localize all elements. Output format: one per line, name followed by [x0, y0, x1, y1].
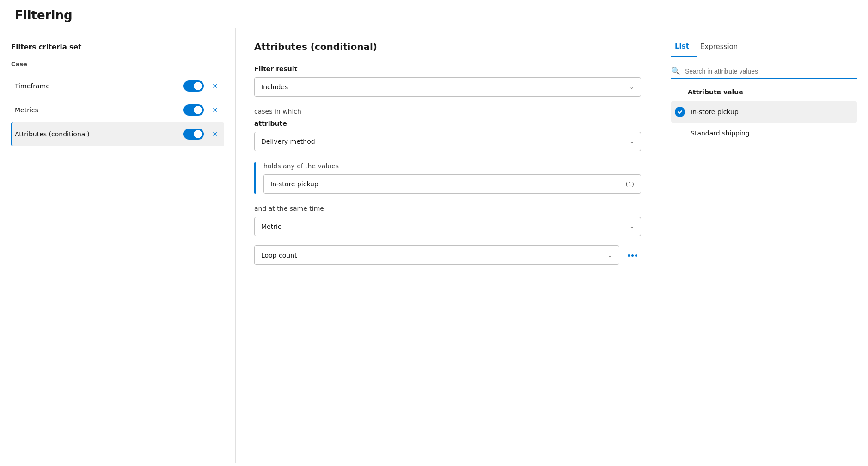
metric-dropdown[interactable]: Metric ⌄ [254, 217, 641, 236]
attribute-dropdown[interactable]: Delivery method ⌄ [254, 132, 641, 151]
cases-in-which-section: cases in which attribute Delivery method… [254, 108, 641, 151]
more-options-button[interactable] [624, 251, 641, 260]
right-panel: List Expression 🔍 Attribute value In-sto… [660, 28, 868, 463]
holds-label: holds any of the values [263, 162, 641, 170]
holds-values-text: In-store pickup [270, 180, 318, 188]
holds-values-content: holds any of the values In-store pickup … [263, 162, 641, 194]
filter-result-chevron-icon: ⌄ [630, 84, 634, 90]
check-circle-icon [675, 107, 685, 117]
filter-result-dropdown[interactable]: Includes ⌄ [254, 77, 641, 97]
blue-bar-indicator [254, 162, 256, 194]
tab-expression[interactable]: Expression [697, 38, 745, 57]
dot-3 [635, 254, 637, 257]
metrics-toggle[interactable] [183, 104, 204, 116]
attr-label-standard-shipping: Standard shipping [691, 129, 750, 137]
holds-values-input[interactable]: In-store pickup (1) [263, 174, 641, 194]
page-title: Filtering [0, 0, 868, 28]
attribute-value: Delivery method [261, 138, 315, 145]
attributes-label: Attributes (conditional) [15, 130, 183, 138]
metric-chevron-icon: ⌄ [630, 223, 634, 230]
loop-count-dropdown[interactable]: Loop count ⌄ [254, 245, 619, 265]
loop-count-value: Loop count [261, 251, 297, 259]
dot-1 [628, 254, 630, 257]
tab-list[interactable]: List [671, 37, 697, 57]
check-empty-icon [675, 128, 685, 138]
attributes-remove-button[interactable]: ✕ [209, 129, 220, 140]
holds-values-section: holds any of the values In-store pickup … [254, 162, 641, 194]
holds-values-count: (1) [626, 181, 634, 188]
loop-count-row: Loop count ⌄ [254, 245, 641, 265]
attributes-title: Attributes (conditional) [254, 41, 641, 52]
attr-item-standard-shipping[interactable]: Standard shipping [671, 123, 857, 144]
filter-row-metrics[interactable]: Metrics ✕ [11, 98, 224, 122]
and-at-same-time-label: and at the same time [254, 205, 641, 212]
filter-result-label: Filter result [254, 65, 641, 73]
cases-in-which-label: cases in which [254, 108, 641, 115]
filter-result-value: Includes [261, 83, 288, 91]
metric-value: Metric [261, 223, 281, 230]
filter-row-attributes[interactable]: Attributes (conditional) ✕ [11, 122, 224, 146]
main-layout: Filters criteria set Case Timeframe ✕ Me… [0, 28, 868, 463]
timeframe-toggle[interactable] [183, 80, 204, 92]
metrics-remove-button[interactable]: ✕ [209, 104, 220, 116]
search-row: 🔍 [671, 67, 857, 79]
filters-criteria-heading: Filters criteria set [11, 43, 224, 51]
attribute-label: attribute [254, 120, 641, 127]
left-panel: Filters criteria set Case Timeframe ✕ Me… [0, 28, 236, 463]
attr-item-in-store-pickup[interactable]: In-store pickup [671, 101, 857, 123]
middle-panel: Attributes (conditional) Filter result I… [236, 28, 660, 463]
tab-row: List Expression [671, 37, 857, 57]
attributes-toggle[interactable] [183, 129, 204, 140]
timeframe-label: Timeframe [15, 82, 183, 90]
timeframe-remove-button[interactable]: ✕ [209, 80, 220, 92]
search-input[interactable] [685, 67, 857, 75]
filter-row-timeframe[interactable]: Timeframe ✕ [11, 74, 224, 98]
loop-count-chevron-icon: ⌄ [608, 252, 612, 258]
bottom-dropdowns-section: and at the same time Metric ⌄ Loop count… [254, 205, 641, 265]
attribute-chevron-icon: ⌄ [630, 138, 634, 145]
attribute-value-column-header: Attribute value [671, 88, 857, 96]
filter-result-section: Filter result Includes ⌄ [254, 65, 641, 97]
search-icon: 🔍 [671, 67, 680, 75]
metrics-label: Metrics [15, 106, 183, 114]
attr-label-in-store-pickup: In-store pickup [691, 108, 739, 116]
dot-2 [631, 254, 634, 257]
case-section-label: Case [11, 61, 224, 67]
